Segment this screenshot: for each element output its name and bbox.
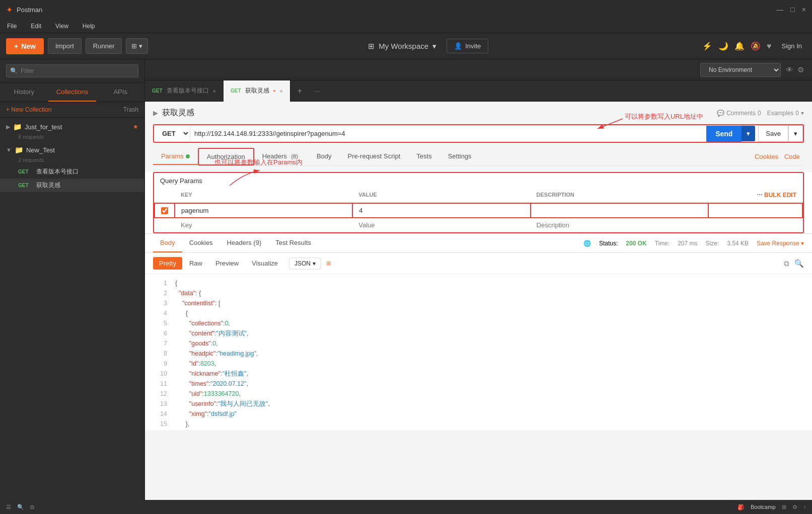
param-add-actions	[708, 218, 802, 232]
param-new-value-input[interactable]	[358, 221, 524, 229]
req-tab-pre-request[interactable]: Pre-request Script	[340, 148, 409, 165]
body-tab-raw[interactable]: Raw	[183, 257, 208, 270]
search-icon[interactable]: 🔍	[794, 259, 804, 268]
more-button[interactable]: ···	[757, 191, 763, 199]
status-search-icon[interactable]: 🔍	[17, 504, 24, 510]
notification-icon[interactable]: 🔔	[734, 41, 745, 51]
request-item-version[interactable]: GET 查看版本号接口	[0, 165, 144, 179]
layout-grid-icon[interactable]: ⊞	[782, 504, 786, 510]
param-checkbox-cell-1	[155, 203, 175, 218]
moon-icon[interactable]: 🌙	[718, 41, 728, 51]
format-select[interactable]: JSON ▾	[289, 258, 321, 270]
json-line-1: 1 {	[153, 278, 804, 288]
examples-button[interactable]: Examples 0 ▾	[767, 110, 804, 117]
filter-input[interactable]	[6, 64, 138, 77]
send-button[interactable]: Send	[706, 126, 742, 142]
th-key: KEY	[175, 187, 352, 203]
menu-edit[interactable]: Edit	[28, 22, 44, 31]
tab-close-2[interactable]: ×	[279, 88, 282, 94]
save-button[interactable]: Save	[758, 125, 788, 142]
save-response-button[interactable]: Save Response ▾	[757, 240, 804, 247]
req-tab-settings[interactable]: Settings	[440, 148, 480, 165]
param-checkbox-1[interactable]	[161, 207, 168, 214]
resp-tab-test-results[interactable]: Test Results	[268, 234, 318, 252]
json-content: 1 { 2 "data": { 3 "contentlist": [ 4 {	[145, 274, 812, 430]
tab-close-1[interactable]: ×	[213, 88, 216, 94]
menu-view[interactable]: View	[52, 22, 71, 31]
req-tab-params[interactable]: Params	[153, 148, 198, 165]
req-tab-tests[interactable]: Tests	[408, 148, 439, 165]
title-bar: ✦ Postman — □ ×	[0, 0, 812, 19]
runner-button[interactable]: Runner	[86, 38, 122, 54]
resp-tab-cookies[interactable]: Cookies	[182, 234, 220, 252]
param-value-input-1[interactable]	[359, 207, 524, 214]
resp-tab-headers[interactable]: Headers (9)	[220, 234, 269, 252]
workspace-button[interactable]: ⊞ My Workspace ▾	[362, 39, 442, 54]
bell-icon[interactable]: 🔕	[751, 41, 761, 51]
code-link[interactable]: Code	[784, 153, 800, 160]
sign-in-button[interactable]: Sign In	[778, 40, 806, 52]
request-name-bar: ▶ 获取灵感 💬 Comments 0 Examples 0 ▾	[153, 108, 804, 118]
status-share-icon[interactable]: ↑	[803, 504, 806, 510]
bulk-edit-button[interactable]: Bulk Edit	[764, 192, 796, 199]
collection-header-just-for-test[interactable]: ▶ 📁 Just_for_test ★	[0, 120, 144, 134]
params-border-box: Query Params 也可以将参数输入在Params内	[153, 172, 804, 233]
radar-icon[interactable]: ⚡	[702, 41, 712, 51]
size-value: 3.54 KB	[727, 240, 749, 247]
wrap-icon[interactable]: ≡	[326, 259, 331, 268]
trash-button[interactable]: Trash	[123, 106, 138, 113]
response-status-bar: 🌐 Status: 200 OK Time: 207 ms Size: 3.54…	[583, 240, 804, 247]
close-btn[interactable]: ×	[802, 6, 806, 14]
param-key-input-1[interactable]	[181, 207, 346, 214]
save-dropdown-button[interactable]: ▾	[788, 125, 803, 142]
status-settings-icon[interactable]: ⚙	[792, 504, 797, 510]
body-tab-pretty[interactable]: Pretty	[153, 257, 182, 270]
status-build-icon[interactable]: ⧉	[30, 504, 34, 510]
eye-icon[interactable]: 👁	[786, 65, 793, 74]
request-item-inspire[interactable]: GET 获取灵感	[0, 179, 144, 192]
param-new-desc-input[interactable]	[537, 221, 702, 229]
req-tab-body[interactable]: Body	[309, 148, 340, 165]
gear-icon[interactable]: ⚙	[797, 65, 804, 74]
tab-version[interactable]: GET 查看版本号接口 ×	[145, 80, 224, 102]
comments-button[interactable]: 💬 Comments 0	[717, 110, 761, 117]
body-tab-preview[interactable]: Preview	[209, 257, 245, 270]
more-tabs-button[interactable]: ···	[309, 80, 325, 102]
collection-header-new-test[interactable]: ▼ 📁 New_Test	[0, 143, 144, 157]
import-button[interactable]: Import	[48, 38, 82, 54]
new-button[interactable]: + New	[6, 38, 44, 54]
request-name-inspire: 获取灵感	[36, 181, 60, 190]
heart-icon[interactable]: ♥	[767, 42, 772, 51]
resp-tab-body[interactable]: Body	[153, 234, 182, 252]
body-tab-visualize[interactable]: Visualize	[246, 257, 284, 270]
new-tab-button[interactable]: +	[290, 80, 309, 102]
menu-file[interactable]: File	[4, 22, 20, 31]
status-sidebar-icon[interactable]: ☰	[6, 504, 11, 510]
json-line-5: 5 "collections": 0,	[153, 318, 804, 328]
cookies-link[interactable]: Cookies	[755, 153, 778, 160]
sidebar-tab-history[interactable]: History	[0, 83, 48, 102]
collapse-icon-2: ▼	[6, 147, 12, 153]
param-desc-input-1[interactable]	[537, 207, 702, 214]
tab-name-2: 获取灵感	[245, 87, 269, 95]
param-new-key-input[interactable]	[181, 221, 346, 229]
collection-count-1: 8 requests	[0, 134, 144, 142]
param-add-value	[352, 218, 530, 232]
env-select[interactable]: No Environment	[700, 63, 781, 77]
menu-help[interactable]: Help	[80, 22, 98, 31]
tab-inspire[interactable]: GET 获取灵感 ● ×	[224, 80, 290, 102]
sidebar-tab-apis[interactable]: APIs	[96, 83, 144, 102]
invite-button[interactable]: 👤 Invite	[447, 39, 488, 53]
bootcamp-link[interactable]: Bootcamp	[751, 504, 776, 510]
send-dropdown-button[interactable]: ▾	[742, 126, 755, 141]
layout-button[interactable]: ⊞ ▾	[126, 38, 148, 54]
maximize-btn[interactable]: □	[790, 6, 794, 14]
expand-arrow[interactable]: ▶	[153, 109, 158, 117]
status-value: 200 OK	[626, 240, 646, 247]
copy-icon[interactable]: ⧉	[784, 259, 789, 268]
new-collection-button[interactable]: + New Collection	[6, 106, 51, 113]
url-arrow-svg	[593, 116, 633, 131]
method-select[interactable]: GET	[154, 125, 190, 142]
minimize-btn[interactable]: —	[776, 6, 783, 14]
sidebar-tab-collections[interactable]: Collections	[48, 83, 97, 102]
